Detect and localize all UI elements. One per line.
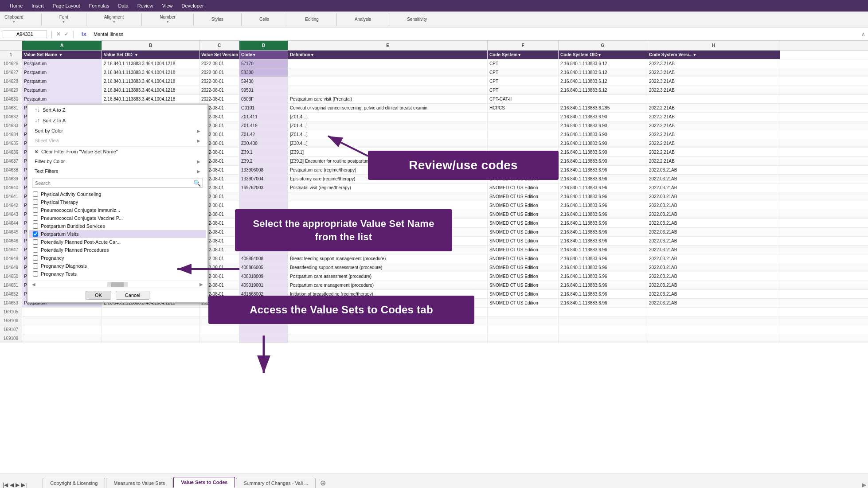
ctx-sort-az[interactable]: ↑↓ Sort A to Z — [27, 105, 207, 115]
filter-check-potentially-planned-proc[interactable] — [33, 247, 38, 253]
header-filter-e[interactable]: ▼ — [310, 53, 314, 57]
ctx-filter-color-arrow: ▶ — [197, 159, 200, 164]
header-filter-b[interactable]: ▼ — [134, 53, 138, 57]
header-filter-a[interactable]: ▼ — [59, 53, 63, 57]
cell-a[interactable]: Postpartum — [22, 59, 102, 68]
cell-a[interactable]: Postpartum — [22, 95, 102, 103]
formula-bar-expand-icon[interactable]: ∧ — [861, 31, 865, 37]
ctx-sort-za[interactable]: ↓↑ Sort Z to A — [27, 115, 207, 126]
tab-scroll-next-icon[interactable]: ▶ — [15, 482, 20, 488]
ribbon-sep-4 — [193, 13, 194, 26]
filter-check-physical-activity[interactable] — [33, 191, 38, 197]
tab-add-button[interactable]: ⊕ — [317, 478, 329, 488]
col-header-b[interactable]: B — [102, 41, 199, 50]
filter-search-box[interactable]: 🔍 — [32, 179, 203, 187]
cell-a[interactable]: Postpartum — [22, 68, 102, 77]
filter-check-pregnancy-tests[interactable] — [33, 271, 38, 277]
formula-bar-confirm-icon[interactable]: ✓ — [64, 31, 69, 37]
sheet-nav-right[interactable]: ▶ — [862, 482, 868, 488]
cell-f: SNOMED CT US Edition — [488, 228, 559, 236]
filter-label-potentially-planned-proc: Potentially Planned Procedures — [41, 247, 109, 253]
filter-item-pneumo-vaccine[interactable]: Pneumococcal Conjugate Vaccine P... — [29, 214, 206, 222]
ribbon-view[interactable]: View — [158, 3, 177, 8]
cell-e — [288, 77, 488, 86]
tab-copyright[interactable]: Copyright & Licensing — [43, 478, 105, 488]
filter-item-potentially-planned-proc[interactable]: Potentially Planned Procedures — [29, 246, 206, 254]
cell-a[interactable] — [22, 308, 102, 316]
col-header-h[interactable]: H — [647, 41, 780, 50]
col-header-c[interactable]: C — [199, 41, 239, 50]
ribbon-data[interactable]: Data — [113, 3, 133, 8]
ctx-sheet-view[interactable]: Sheet View ▶ — [27, 136, 207, 145]
filter-label-physical-therapy: Physical Therapy — [41, 199, 78, 205]
cell-g: 2.16.840.1.113883.6.96 — [559, 166, 647, 174]
cell-e: Postpartum care management (procedure) — [288, 281, 488, 289]
scroll-right-icon[interactable]: ▶ — [199, 282, 203, 287]
tab-measures[interactable]: Measures to Value Sets — [106, 478, 172, 488]
filter-check-potentially-planned-post[interactable] — [33, 239, 38, 245]
tab-summary[interactable]: Summary of Changes - Vali ... — [236, 478, 316, 488]
filter-item-pneumo-conjugate-immuniz[interactable]: Pneumococcal Conjugate Immuniz... — [29, 206, 206, 214]
cell-e: Breastfeeding support assessment (proced… — [288, 263, 488, 272]
header-filter-g[interactable]: ▼ — [598, 53, 602, 57]
ribbon-formulas[interactable]: Formulas — [85, 3, 114, 8]
cell-f — [488, 121, 559, 130]
header-filter-h[interactable]: ▼ — [692, 53, 696, 57]
cell-a[interactable] — [22, 316, 102, 325]
ribbon-home[interactable]: Home — [5, 3, 27, 8]
col-header-a[interactable]: A — [22, 41, 102, 50]
scroll-left-icon[interactable]: ◀ — [32, 282, 35, 287]
filter-item-postpartum-bundled[interactable]: Postpartum Bundled Services — [29, 222, 206, 230]
filter-check-pregnancy[interactable] — [33, 255, 38, 261]
ribbon-sep-6 — [287, 13, 287, 26]
filter-label-postpartum-visits: Postpartum Visits — [41, 231, 78, 237]
filter-item-physical-therapy[interactable]: Physical Therapy — [29, 198, 206, 206]
tab-scroll-prev-icon[interactable]: ◀ — [9, 482, 15, 488]
cell-a[interactable]: Postpartum — [22, 86, 102, 94]
filter-cancel-button[interactable]: Cancel — [116, 291, 149, 300]
col-header-e[interactable]: E — [288, 41, 488, 50]
col-header-f[interactable]: F — [488, 41, 559, 50]
ctx-sort-color[interactable]: Sort by Color ▶ — [27, 126, 207, 136]
ribbon-review[interactable]: Review — [133, 3, 158, 8]
ctx-clear-filter[interactable]: ⊗ Clear Filter From "Value Set Name" — [27, 146, 207, 156]
filter-check-postpartum-bundled[interactable] — [33, 223, 38, 229]
row-num-header — [0, 41, 22, 50]
tab-scroll-last-icon[interactable]: ▶| — [20, 482, 27, 488]
clear-filter-icon: ⊗ — [35, 148, 39, 154]
name-box[interactable] — [3, 30, 47, 38]
tab-scroll-left[interactable]: |◀ ◀ ▶ ▶| — [0, 482, 29, 488]
cell-a[interactable]: Postpartum — [22, 77, 102, 86]
ctx-text-filters[interactable]: Text Filters ▶ — [27, 166, 207, 176]
header-filter-d[interactable]: ▼ — [252, 53, 256, 57]
filter-search-input[interactable] — [32, 179, 192, 187]
ribbon-insert[interactable]: Insert — [27, 3, 48, 8]
row-num-cell: 104653 — [0, 299, 22, 307]
filter-check-pregnancy-diagnosis[interactable] — [33, 263, 38, 269]
tab-scroll-first-icon[interactable]: |◀ — [2, 482, 9, 488]
ribbon-developer[interactable]: Developer — [177, 3, 208, 8]
tab-nav: Copyright & Licensing Measures to Value … — [29, 477, 329, 488]
cell-d: 99501 — [239, 86, 288, 94]
cell-a[interactable] — [22, 325, 102, 334]
col-header-g[interactable]: G — [559, 41, 647, 50]
cell-a[interactable] — [22, 334, 102, 343]
ctx-filter-color[interactable]: Filter by Color ▶ — [27, 156, 207, 166]
filter-item-potentially-planned-post[interactable]: Potentially Planned Post-Acute Car... — [29, 238, 206, 246]
filter-check-pneumo-immuniz[interactable] — [33, 207, 38, 213]
filter-check-postpartum-visits[interactable] — [33, 231, 38, 237]
filter-check-pneumo-vaccine[interactable] — [33, 215, 38, 221]
filter-item-postpartum-visits[interactable]: Postpartum Visits — [29, 230, 206, 238]
col-header-d[interactable]: D — [239, 41, 288, 50]
cell-g: 2.16.840.1.113883.6.96 — [559, 175, 647, 183]
cell-d: 408018009 — [239, 272, 288, 281]
cell-d: Z30.430 — [239, 139, 288, 148]
filter-ok-button[interactable]: OK — [86, 291, 111, 300]
cell-g: 2.16.840.1.113883.6.96 — [559, 272, 647, 281]
header-filter-f[interactable]: ▼ — [517, 53, 521, 57]
ribbon-page-layout[interactable]: Page Layout — [48, 3, 85, 8]
filter-item-physical-activity[interactable]: Physical Activity Counseling — [29, 190, 206, 198]
tab-value-sets-to-codes[interactable]: Value Sets to Codes — [173, 477, 235, 488]
formula-bar-cancel-icon[interactable]: ✕ — [56, 31, 61, 37]
filter-check-physical-therapy[interactable] — [33, 199, 38, 205]
